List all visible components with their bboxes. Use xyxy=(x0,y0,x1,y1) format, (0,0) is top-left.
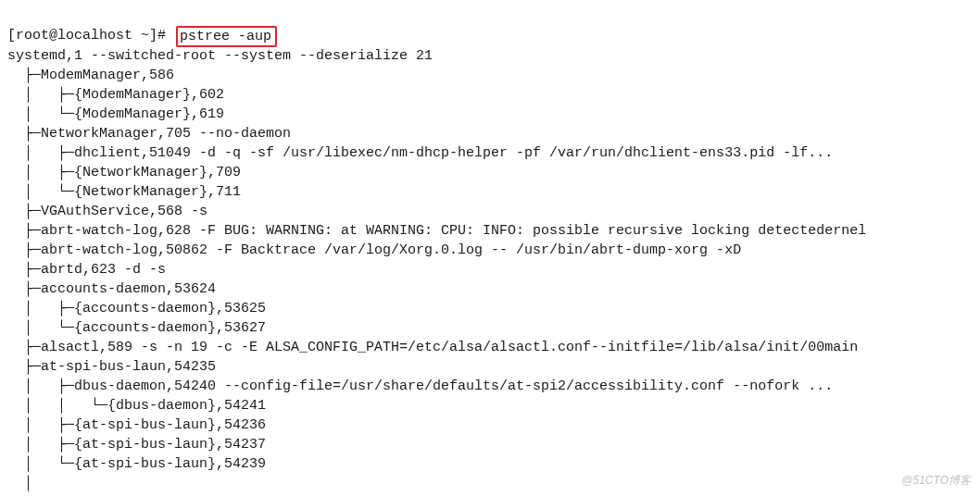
command-highlighted: pstree -aup xyxy=(176,26,277,47)
terminal-output: [root@localhost ~]# pstree -aup systemd,… xyxy=(0,0,980,496)
shell-prompt: [root@localhost ~]# xyxy=(7,28,174,43)
watermark-text: @51CTO博客 xyxy=(901,471,971,490)
pstree-output: systemd,1 --switched-root --system --des… xyxy=(7,46,973,493)
